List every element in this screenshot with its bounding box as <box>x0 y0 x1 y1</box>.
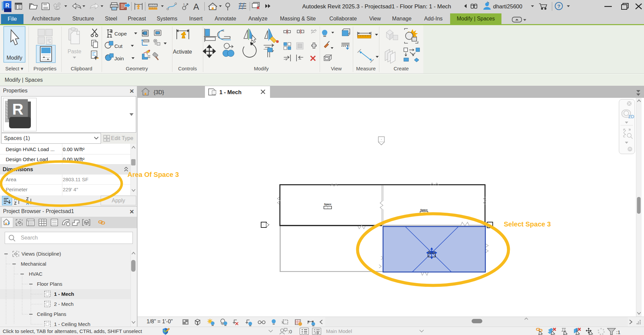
svg-text:Space: Space <box>324 203 331 206</box>
svg-text:Join: Join <box>114 56 124 61</box>
svg-text:Z: Z <box>14 201 16 205</box>
svg-text:Cope: Cope <box>114 31 127 37</box>
svg-text:R: R <box>12 100 23 118</box>
svg-text:A: A <box>26 201 29 205</box>
svg-text:Paste: Paste <box>68 49 82 54</box>
svg-text:R: R <box>5 2 9 9</box>
svg-text::0: :0 <box>288 329 292 334</box>
svg-text:A: A <box>14 197 17 201</box>
svg-text:Modify: Modify <box>6 55 22 61</box>
svg-text:?: ? <box>557 3 560 9</box>
svg-text:{3D}: {3D} <box>154 89 164 95</box>
svg-text:2D: 2D <box>628 114 634 119</box>
svg-text:Cut: Cut <box>114 43 123 49</box>
svg-text:A: A <box>193 2 199 12</box>
svg-text:1 - Mech: 1 - Mech <box>219 89 241 95</box>
svg-text:1: 1 <box>183 3 185 6</box>
svg-text:Activate: Activate <box>173 49 192 55</box>
svg-text:1: 1 <box>327 206 328 209</box>
svg-text::1: :1 <box>616 329 621 335</box>
svg-text:Autodesk Revit 2025.3 - Projec: Autodesk Revit 2025.3 - Projectsad1 - Fl… <box>302 3 451 10</box>
svg-text:2: 2 <box>423 212 425 214</box>
svg-text:Z: Z <box>26 197 29 201</box>
svg-text:Space: Space <box>420 208 428 211</box>
svg-text:dharti25600: dharti25600 <box>493 3 522 9</box>
